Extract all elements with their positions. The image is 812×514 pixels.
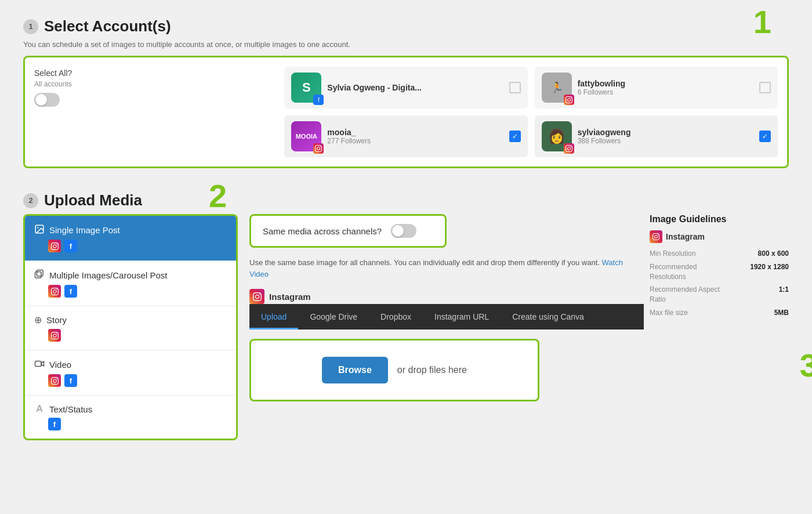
same-media-toggle[interactable] — [391, 224, 416, 238]
ig-platform-multiple — [48, 285, 61, 298]
fb-platform-multiple: f — [64, 285, 77, 298]
same-media-label: Same media across channels? — [263, 226, 382, 236]
account-name-fattybowling: fattybowling — [578, 79, 753, 88]
upload-media-section: 2 Upload Media Single Image Post f — [23, 191, 789, 440]
select-all-label: Select All? — [34, 68, 277, 78]
media-type-multiple[interactable]: Multiple Images/Carousel Post f — [25, 261, 236, 306]
fb-platform-text: f — [48, 418, 61, 430]
media-types-box: Single Image Post f Multiple Images/Caro… — [23, 214, 238, 440]
text-status-icon: A — [34, 404, 45, 414]
step2-circle: 2 — [23, 193, 38, 208]
guidelines-title: Image Guidelines — [650, 214, 789, 225]
accounts-row2: MOOIA mooia_ 277 Followers ✓ 👩 — [34, 115, 778, 157]
account-info-sylviaogweng: sylviaogweng 388 Followers — [578, 128, 753, 145]
guideline-row-aspect: Recommended Aspect Ratio 1:1 — [650, 285, 789, 305]
guideline-platform: Instagram — [650, 230, 789, 243]
single-image-icon — [34, 224, 45, 236]
account-followers-mooia: 277 Followers — [327, 137, 503, 145]
story-platforms — [48, 329, 227, 342]
section2-header: 2 Upload Media — [23, 191, 789, 209]
tab-create-canva[interactable]: Create using Canva — [501, 304, 596, 330]
select-all-toggle[interactable] — [34, 93, 60, 107]
select-all-cell: Select All? All accounts — [34, 68, 277, 107]
account-name-mooia: mooia_ — [327, 128, 503, 137]
accounts-row1: Select All? All accounts S f Sylvia Ogwe… — [34, 67, 778, 108]
checkbox-mooia[interactable]: ✓ — [509, 131, 521, 142]
account-card-mooia[interactable]: MOOIA mooia_ 277 Followers ✓ — [284, 115, 527, 157]
checkbox-fattybowling[interactable] — [759, 82, 771, 93]
fb-platform-video: f — [64, 374, 77, 387]
upload-drop-area[interactable]: Browse or drop files here — [249, 339, 539, 401]
guideline-row-rec-res: Recommended Resolutions 1920 x 1280 — [650, 262, 789, 282]
upload-content: Single Image Post f Multiple Images/Caro… — [23, 214, 789, 440]
media-type-single-image[interactable]: Single Image Post f — [25, 216, 236, 261]
corner-number-3: 3 — [800, 349, 812, 382]
media-type-text[interactable]: A Text/Status f — [25, 396, 236, 439]
media-type-video[interactable]: Video f — [25, 350, 236, 396]
accounts-box: Select All? All accounts S f Sylvia Ogwe… — [23, 56, 789, 168]
checkbox-sylvia-digital[interactable] — [509, 82, 521, 93]
tab-google-drive[interactable]: Google Drive — [298, 304, 369, 330]
ig-icon-channel — [249, 289, 264, 304]
account-name-sylviaogweng: sylviaogweng — [578, 128, 753, 137]
media-type-label-story: ⊕ Story — [34, 314, 227, 325]
same-media-box: Same media across channels? — [249, 214, 447, 248]
account-info-mooia: mooia_ 277 Followers — [327, 128, 503, 145]
section1-subtitle: You can schedule a set of images to mult… — [23, 40, 789, 49]
media-type-label-video: Video — [34, 359, 227, 371]
fb-platform-single: f — [64, 240, 77, 252]
account-card-sylviaogweng[interactable]: 👩 sylviaogweng 388 Followers ✓ — [535, 115, 778, 157]
account-info-sylvia-digital: Sylvia Ogweng - Digita... — [327, 83, 503, 92]
media-type-label-text: A Text/Status — [34, 404, 227, 414]
media-type-story[interactable]: ⊕ Story — [25, 306, 236, 350]
account-card-sylvia-digital[interactable]: S f Sylvia Ogweng - Digita... — [284, 67, 527, 108]
svg-rect-4 — [35, 361, 42, 367]
avatar-sylviaogweng: 👩 — [542, 121, 572, 151]
multiple-platforms: f — [48, 285, 227, 298]
ig-badge-sylviaog — [564, 143, 574, 154]
select-accounts-section: 1 Select Account(s) You can schedule a s… — [23, 17, 789, 168]
corner-number-1: 1 — [753, 6, 771, 38]
guidelines-panel: Image Guidelines Instagram Min Resolutio… — [650, 214, 789, 321]
avatar-sylvia-digital: S f — [291, 73, 321, 103]
ig-platform-video — [48, 374, 61, 387]
checkbox-sylviaogweng[interactable]: ✓ — [759, 131, 771, 142]
svg-marker-5 — [41, 361, 44, 366]
video-platforms: f — [48, 374, 227, 387]
avatar-fattybowling: 🏃 — [542, 73, 572, 103]
video-icon — [34, 359, 45, 371]
account-followers-fattybowling: 6 Followers — [578, 88, 753, 96]
svg-rect-2 — [35, 272, 42, 278]
select-all-sub: All accounts — [34, 80, 277, 88]
ig-platform-story — [48, 329, 61, 342]
browse-button[interactable]: Browse — [322, 357, 388, 383]
guideline-row-min-res: Min Resolution 800 x 600 — [650, 249, 789, 259]
account-info-fattybowling: fattybowling 6 Followers — [578, 79, 753, 96]
ig-badge-fatty — [564, 95, 574, 105]
account-card-fattybowling[interactable]: 🏃 fattybowling 6 Followers — [535, 67, 778, 108]
section2-title: Upload Media — [44, 191, 142, 209]
upload-tabs-bar: Upload Google Drive Dropbox Instagram UR… — [249, 304, 644, 330]
section1-title: Select Account(s) — [44, 17, 171, 35]
svg-point-1 — [37, 227, 38, 228]
svg-rect-3 — [37, 270, 44, 277]
text-platforms: f — [48, 418, 227, 430]
tab-upload[interactable]: Upload — [249, 304, 298, 330]
section1-header: 1 Select Account(s) — [23, 17, 789, 35]
tab-instagram-url[interactable]: Instagram URL — [423, 304, 501, 330]
avatar-mooia: MOOIA — [291, 121, 321, 151]
single-image-platforms: f — [48, 240, 227, 252]
tab-dropbox[interactable]: Dropbox — [369, 304, 423, 330]
account-name-sylvia-digital: Sylvia Ogweng - Digita... — [327, 83, 503, 92]
desc-text: Use the same base image for all channels… — [249, 257, 632, 280]
upload-area-wrapper: Browse or drop files here 3 — [249, 330, 789, 401]
fb-badge-sylvia: f — [313, 95, 324, 105]
ig-badge-mooia — [313, 143, 324, 154]
media-type-label-single: Single Image Post — [34, 224, 227, 236]
story-icon: ⊕ — [34, 314, 42, 325]
corner-number-2: 2 — [209, 180, 227, 212]
ig-icon-guidelines — [650, 230, 662, 243]
multiple-image-icon — [34, 269, 45, 281]
drop-text: or drop files here — [397, 365, 467, 375]
ig-platform-single — [48, 240, 61, 252]
